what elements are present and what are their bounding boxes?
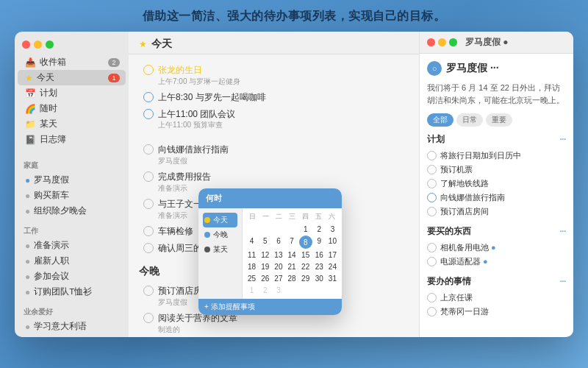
- cal-day-23[interactable]: 23: [313, 261, 326, 272]
- sidebar-item-plan[interactable]: 📅 计划: [18, 85, 126, 101]
- task-coffee[interactable]: 上午8:30 与罗先一起喝咖啡: [139, 89, 409, 106]
- cal-day-27[interactable]: 27: [272, 273, 284, 284]
- cal-day-25[interactable]: 25: [245, 273, 258, 284]
- task-check-car[interactable]: [143, 226, 154, 236]
- task-check-phone[interactable]: [143, 243, 154, 253]
- cal-day-6[interactable]: 6: [272, 236, 284, 249]
- close-button[interactable]: [22, 40, 30, 49]
- cal-day-29[interactable]: 29: [299, 273, 312, 284]
- cal-day-1[interactable]: 1: [299, 224, 312, 235]
- sidebar-item-hire-new[interactable]: ● 雇新人职: [18, 253, 126, 269]
- sidebar-item-join-marathon[interactable]: ● 参加马拉松: [18, 334, 126, 337]
- cal-day-26[interactable]: 26: [259, 273, 271, 284]
- detail-close-button[interactable]: [427, 38, 435, 46]
- plan-task-check-5[interactable]: [427, 207, 437, 216]
- calendar-shortcuts: 今天 今晚 某天: [198, 208, 243, 299]
- sidebar-item-order-tshirt[interactable]: ● 订购团队T恤衫: [18, 284, 126, 300]
- tab-all[interactable]: 全部: [427, 113, 453, 127]
- plan-task-check-1[interactable]: [427, 151, 437, 160]
- detail-min-button[interactable]: [438, 38, 446, 46]
- minimize-button[interactable]: [34, 40, 42, 49]
- cal-day-22[interactable]: 22: [299, 261, 312, 272]
- cal-day-28[interactable]: 28: [285, 273, 298, 284]
- todo-task-check-2[interactable]: [427, 307, 437, 316]
- plan-task-1[interactable]: 将旅行日期加到日历中: [427, 149, 566, 163]
- cal-day-9[interactable]: 9: [313, 236, 326, 249]
- cal-day-18[interactable]: 18: [245, 261, 258, 272]
- plan-task-2[interactable]: 预订机票: [427, 163, 566, 177]
- cal-day-24[interactable]: 24: [326, 261, 339, 272]
- inbox-label: 收件箱: [40, 57, 66, 68]
- cal-day-31[interactable]: 31: [326, 273, 339, 284]
- task-check-guide[interactable]: [143, 144, 154, 155]
- sidebar-item-organize-dinner[interactable]: ● 组织除夕晚会: [18, 203, 126, 219]
- task-meeting[interactable]: 上午11:00 团队会议 上午11:00 预算审查: [139, 106, 409, 133]
- cal-day-13[interactable]: 13: [272, 250, 284, 261]
- shopping-task-2[interactable]: 电源适配器 ●: [427, 255, 566, 269]
- cal-day-17[interactable]: 17: [326, 250, 339, 261]
- cal-day-4[interactable]: 4: [245, 236, 258, 249]
- shopping-section-more[interactable]: ···: [560, 227, 566, 236]
- cal-day-8-today[interactable]: 8: [299, 236, 312, 249]
- cal-day-7[interactable]: 7: [285, 236, 298, 249]
- sidebar-item-random[interactable]: 🌈 随时: [18, 101, 126, 116]
- tab-important[interactable]: 重要: [486, 113, 512, 127]
- cal-tonight-shortcut[interactable]: 今晚: [203, 227, 237, 242]
- cal-someday-shortcut[interactable]: 某天: [203, 242, 237, 257]
- sidebar-item-journal[interactable]: 📓 日志簿: [18, 132, 126, 147]
- task-check-expense[interactable]: [143, 171, 154, 182]
- sidebar-item-inbox[interactable]: 📥 收件箱 2: [18, 54, 126, 70]
- cal-today-shortcut[interactable]: 今天: [203, 213, 237, 227]
- cal-day-14[interactable]: 14: [285, 250, 298, 261]
- task-check-meeting[interactable]: [143, 109, 154, 119]
- sidebar-item-learn-italian[interactable]: ● 学习意大利语: [18, 319, 126, 334]
- tab-daily[interactable]: 日常: [456, 113, 483, 127]
- cal-day-10[interactable]: 10: [326, 236, 339, 249]
- order-tshirt-label: 订购团队T恤衫: [34, 286, 92, 297]
- cal-day-2[interactable]: 2: [313, 224, 326, 235]
- sidebar-item-today[interactable]: ★ 今天 1: [18, 70, 126, 85]
- plan-section-more[interactable]: ···: [560, 135, 566, 144]
- maximize-button[interactable]: [46, 40, 54, 49]
- cal-day-5[interactable]: 5: [259, 236, 271, 249]
- task-check-birthday[interactable]: [143, 65, 154, 75]
- task-check-data[interactable]: [143, 199, 154, 209]
- plan-task-5[interactable]: 预订酒店房间: [427, 205, 566, 219]
- cal-day-15[interactable]: 15: [299, 250, 312, 261]
- task-check-coffee[interactable]: [143, 92, 154, 102]
- plan-task-3[interactable]: 了解地铁线路: [427, 177, 566, 191]
- shopping-task-check-2[interactable]: [427, 257, 437, 266]
- sidebar-item-prepare-show[interactable]: ● 准备演示: [18, 238, 126, 253]
- cal-day-3[interactable]: 3: [326, 224, 339, 235]
- sidebar-item-roman-vacation[interactable]: ● 罗马度假: [18, 172, 126, 188]
- cal-day-16[interactable]: 16: [313, 250, 326, 261]
- sidebar-item-buy-car[interactable]: ● 购买新车: [18, 188, 126, 203]
- cal-day-20[interactable]: 20: [272, 261, 284, 272]
- todo-section-more[interactable]: ···: [560, 277, 566, 286]
- circle-icon-dinner: ●: [25, 206, 30, 216]
- task-check-article[interactable]: [143, 313, 154, 323]
- cal-day-19[interactable]: 19: [259, 261, 271, 272]
- task-guide[interactable]: 向钱娜借旅行指南 罗马度假: [139, 141, 409, 169]
- plan-task-check-3[interactable]: [427, 179, 437, 188]
- organize-dinner-label: 组织除夕晚会: [34, 205, 87, 216]
- cal-day-30[interactable]: 30: [313, 273, 326, 284]
- todo-task-check-1[interactable]: [427, 293, 437, 302]
- shopping-task-1[interactable]: 相机备用电池 ●: [427, 241, 566, 255]
- todo-task-2[interactable]: 梵蒂冈一日游: [427, 305, 566, 319]
- cal-day-12[interactable]: 12: [259, 250, 271, 261]
- plan-task-check-2[interactable]: [427, 165, 437, 174]
- todo-task-1[interactable]: 上京任课: [427, 291, 566, 305]
- shopping-task-check-1[interactable]: [427, 243, 437, 252]
- cal-header-wed: 三: [285, 211, 298, 222]
- sidebar-item-someday[interactable]: 📁 某天: [18, 116, 126, 132]
- cal-day-11[interactable]: 11: [245, 250, 258, 261]
- plan-task-check-4[interactable]: [427, 193, 437, 202]
- plan-task-4[interactable]: 向钱娜借旅行指南: [427, 191, 566, 205]
- task-birthday[interactable]: 张龙的生日 上午7:00 与罗琳一起健身: [139, 62, 409, 89]
- circle-icon-roman: ●: [25, 175, 30, 185]
- detail-max-button[interactable]: [449, 38, 457, 46]
- task-check-hotel[interactable]: [143, 286, 154, 296]
- sidebar-item-join-meeting[interactable]: ● 参加会议: [18, 269, 126, 284]
- cal-day-21[interactable]: 21: [285, 261, 298, 272]
